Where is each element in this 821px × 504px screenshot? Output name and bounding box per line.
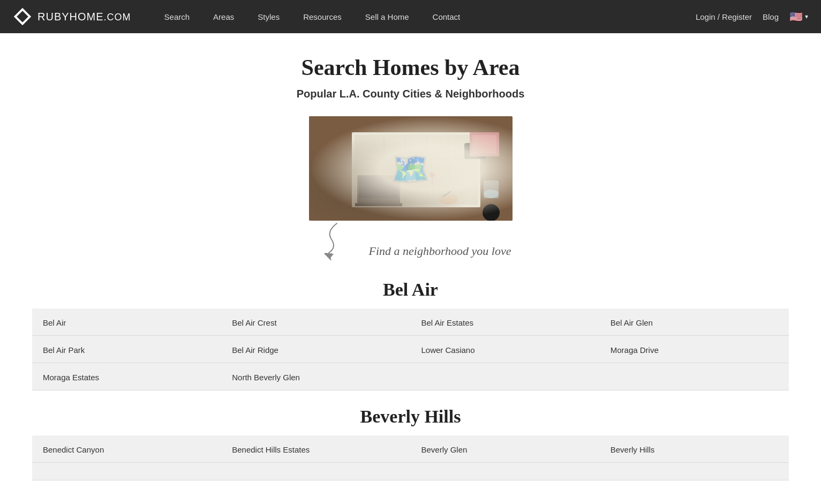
neighborhood-cell bbox=[600, 363, 789, 390]
neighborhood-link[interactable]: Benedict Canyon bbox=[43, 445, 104, 454]
neighborhood-link[interactable]: Moraga Drive bbox=[611, 345, 659, 355]
neighborhood-link[interactable]: Bel Air Park bbox=[43, 345, 85, 355]
language-selector[interactable]: 🇺🇸 ▾ bbox=[789, 10, 808, 23]
hero-scene-svg bbox=[309, 116, 513, 221]
nav-styles[interactable]: Styles bbox=[246, 12, 291, 21]
area-section: Beverly HillsBenedict CanyonBenedict Hil… bbox=[0, 396, 821, 486]
neighborhood-link[interactable]: North Beverly Glen bbox=[232, 373, 300, 382]
svg-line-23 bbox=[443, 191, 451, 197]
svg-point-16 bbox=[467, 146, 478, 156]
neighborhood-cell bbox=[411, 463, 600, 480]
neighborhood-grid: Benedict CanyonBenedict Hills EstatesBev… bbox=[32, 435, 789, 480]
chevron-down-icon: ▾ bbox=[805, 13, 808, 21]
svg-point-22 bbox=[439, 194, 458, 205]
sections-container: Bel AirBel AirBel Air CrestBel Air Estat… bbox=[0, 269, 821, 486]
svg-rect-13 bbox=[359, 177, 398, 198]
svg-marker-27 bbox=[325, 253, 334, 259]
svg-rect-2 bbox=[309, 116, 513, 221]
nav-right: Login / Register Blog 🇺🇸 ▾ bbox=[696, 10, 808, 23]
arrow-icon bbox=[310, 221, 364, 264]
neighborhood-cell[interactable]: Bel Air Glen bbox=[600, 309, 789, 336]
neighborhood-link[interactable]: Bel Air Ridge bbox=[232, 345, 278, 355]
svg-rect-15 bbox=[464, 143, 486, 159]
neighborhood-link[interactable]: Benedict Hills Estates bbox=[232, 445, 310, 454]
nav-resources[interactable]: Resources bbox=[291, 12, 353, 21]
neighborhood-link[interactable]: Bel Air bbox=[43, 318, 66, 327]
neighborhood-cell[interactable]: Bel Air bbox=[32, 309, 221, 336]
navigation: RubyHome.com Search Areas Styles Resourc… bbox=[0, 0, 821, 33]
page-subtitle: Popular L.A. County Cities & Neighborhoo… bbox=[11, 88, 810, 100]
nav-sell[interactable]: Sell a Home bbox=[353, 12, 421, 21]
neighborhood-cell[interactable]: Bel Air Estates bbox=[411, 309, 600, 336]
neighborhood-link[interactable]: Bel Air Crest bbox=[232, 318, 276, 327]
nav-areas[interactable]: Areas bbox=[201, 12, 246, 21]
neighborhood-cell[interactable]: Benedict Hills Estates bbox=[221, 435, 410, 463]
nav-contact[interactable]: Contact bbox=[421, 12, 472, 21]
svg-rect-19 bbox=[472, 135, 496, 154]
site-logo[interactable]: RubyHome.com bbox=[13, 7, 131, 26]
svg-rect-4 bbox=[355, 135, 478, 205]
section-title: Bel Air bbox=[32, 280, 789, 300]
neighborhood-cell[interactable]: Bel Air Ridge bbox=[221, 336, 410, 363]
flag-icon: 🇺🇸 bbox=[789, 10, 803, 23]
neighborhood-cell bbox=[221, 463, 410, 480]
arrow-text-area: Find a neighborhood you love bbox=[310, 221, 511, 264]
neighborhood-grid: Bel AirBel Air CrestBel Air EstatesBel A… bbox=[32, 309, 789, 390]
neighborhood-cell[interactable]: Beverly Hills bbox=[600, 435, 789, 463]
blog-link[interactable]: Blog bbox=[763, 12, 779, 21]
neighborhood-cell[interactable]: Benedict Canyon bbox=[32, 435, 221, 463]
login-register-link[interactable]: Login / Register bbox=[696, 12, 752, 21]
neighborhood-cell[interactable]: Bel Air Crest bbox=[221, 309, 410, 336]
neighborhood-cell[interactable]: Lower Casiano bbox=[411, 336, 600, 363]
neighborhood-cell[interactable]: Moraga Drive bbox=[600, 336, 789, 363]
neighborhood-link[interactable]: Bel Air Estates bbox=[421, 318, 474, 327]
find-neighborhood-text: Find a neighborhood you love bbox=[369, 244, 511, 264]
svg-point-20 bbox=[430, 172, 435, 178]
logo-text: RubyHome.com bbox=[37, 11, 131, 23]
svg-point-24 bbox=[484, 190, 499, 198]
svg-rect-3 bbox=[352, 132, 480, 207]
svg-rect-12 bbox=[357, 175, 400, 203]
svg-rect-14 bbox=[355, 203, 402, 206]
neighborhood-link[interactable]: Beverly Glen bbox=[421, 445, 468, 454]
neighborhood-cell[interactable]: Beverly Glen bbox=[411, 435, 600, 463]
page-title: Search Homes by Area bbox=[11, 55, 810, 80]
section-title: Beverly Hills bbox=[32, 407, 789, 427]
neighborhood-cell bbox=[411, 363, 600, 390]
area-section: Bel AirBel AirBel Air CrestBel Air Estat… bbox=[0, 269, 821, 396]
neighborhood-link[interactable]: Bel Air Glen bbox=[611, 318, 653, 327]
page-header: Search Homes by Area Popular L.A. County… bbox=[0, 33, 821, 106]
neighborhood-link[interactable]: Beverly Hills bbox=[611, 445, 655, 454]
neighborhood-link[interactable]: Lower Casiano bbox=[421, 345, 475, 355]
hero-image bbox=[309, 116, 513, 221]
neighborhood-cell bbox=[600, 463, 789, 480]
nav-search[interactable]: Search bbox=[153, 12, 202, 21]
neighborhood-cell[interactable]: Moraga Estates bbox=[32, 363, 221, 390]
logo-diamond-icon bbox=[13, 7, 32, 26]
main-content: Search Homes by Area Popular L.A. County… bbox=[0, 33, 821, 486]
neighborhood-link[interactable]: Moraga Estates bbox=[43, 373, 99, 382]
neighborhood-cell bbox=[32, 463, 221, 480]
nav-links: Search Areas Styles Resources Sell a Hom… bbox=[153, 12, 696, 21]
neighborhood-cell[interactable]: Bel Air Park bbox=[32, 336, 221, 363]
svg-point-26 bbox=[483, 204, 500, 221]
neighborhood-cell[interactable]: North Beverly Glen bbox=[221, 363, 410, 390]
svg-point-17 bbox=[469, 148, 476, 154]
hero-area: Find a neighborhood you love bbox=[0, 106, 821, 269]
svg-rect-25 bbox=[484, 180, 499, 198]
svg-rect-18 bbox=[470, 132, 499, 156]
